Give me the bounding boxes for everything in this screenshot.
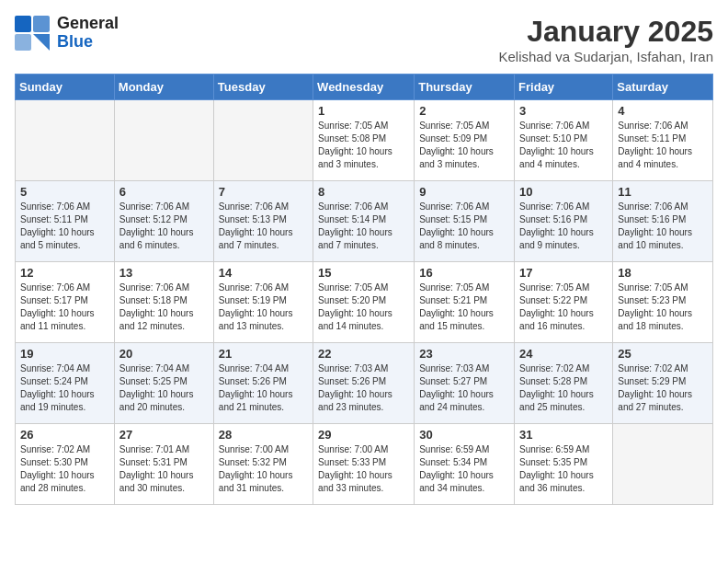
day-info: Sunrise: 7:05 AM Sunset: 5:21 PM Dayligh… [419, 282, 509, 333]
calendar-cell: 11Sunrise: 7:06 AM Sunset: 5:16 PM Dayli… [613, 181, 713, 262]
day-number: 29 [318, 428, 409, 442]
calendar-cell: 3Sunrise: 7:06 AM Sunset: 5:10 PM Daylig… [515, 100, 613, 181]
day-number: 5 [20, 185, 109, 199]
day-number: 9 [419, 185, 509, 199]
day-info: Sunrise: 7:06 AM Sunset: 5:11 PM Dayligh… [618, 120, 708, 171]
day-number: 3 [519, 104, 608, 118]
day-info: Sunrise: 7:06 AM Sunset: 5:18 PM Dayligh… [119, 282, 209, 333]
day-info: Sunrise: 7:00 AM Sunset: 5:32 PM Dayligh… [219, 443, 308, 495]
calendar-cell: 15Sunrise: 7:05 AM Sunset: 5:20 PM Dayli… [313, 262, 415, 343]
calendar-cell: 17Sunrise: 7:05 AM Sunset: 5:22 PM Dayli… [515, 262, 613, 343]
weekday-header-monday: Monday [114, 75, 213, 100]
weekday-header-friday: Friday [515, 75, 613, 100]
calendar-cell: 4Sunrise: 7:06 AM Sunset: 5:11 PM Daylig… [613, 100, 713, 181]
day-info: Sunrise: 7:06 AM Sunset: 5:10 PM Dayligh… [519, 120, 608, 171]
calendar-cell [213, 100, 313, 181]
day-number: 4 [618, 104, 708, 118]
day-info: Sunrise: 7:04 AM Sunset: 5:24 PM Dayligh… [20, 362, 109, 414]
day-info: Sunrise: 7:06 AM Sunset: 5:14 PM Dayligh… [318, 201, 409, 252]
calendar-cell: 26Sunrise: 7:02 AM Sunset: 5:30 PM Dayli… [16, 424, 115, 505]
day-info: Sunrise: 7:06 AM Sunset: 5:19 PM Dayligh… [219, 282, 308, 333]
day-info: Sunrise: 7:02 AM Sunset: 5:28 PM Dayligh… [519, 362, 608, 414]
day-number: 8 [318, 185, 409, 199]
calendar-cell: 8Sunrise: 7:06 AM Sunset: 5:14 PM Daylig… [313, 181, 415, 262]
calendar-cell: 21Sunrise: 7:04 AM Sunset: 5:26 PM Dayli… [213, 343, 313, 424]
logo-general: General [57, 15, 119, 33]
calendar-week-row-2: 5Sunrise: 7:06 AM Sunset: 5:11 PM Daylig… [16, 181, 713, 262]
day-number: 12 [20, 266, 109, 280]
logo-blue: Blue [57, 33, 119, 52]
day-info: Sunrise: 6:59 AM Sunset: 5:34 PM Dayligh… [419, 443, 509, 495]
svg-rect-1 [33, 16, 50, 32]
calendar-cell [114, 100, 213, 181]
calendar-table: SundayMondayTuesdayWednesdayThursdayFrid… [15, 74, 713, 505]
day-number: 26 [20, 428, 109, 442]
calendar-cell: 9Sunrise: 7:06 AM Sunset: 5:15 PM Daylig… [415, 181, 515, 262]
calendar-week-row-5: 26Sunrise: 7:02 AM Sunset: 5:30 PM Dayli… [16, 424, 713, 505]
day-number: 25 [618, 347, 708, 361]
calendar-cell: 16Sunrise: 7:05 AM Sunset: 5:21 PM Dayli… [415, 262, 515, 343]
day-info: Sunrise: 7:06 AM Sunset: 5:11 PM Dayligh… [20, 201, 109, 252]
day-info: Sunrise: 7:06 AM Sunset: 5:13 PM Dayligh… [219, 201, 308, 252]
calendar-cell: 7Sunrise: 7:06 AM Sunset: 5:13 PM Daylig… [213, 181, 313, 262]
day-number: 7 [219, 185, 308, 199]
day-info: Sunrise: 7:05 AM Sunset: 5:09 PM Dayligh… [419, 120, 509, 171]
day-number: 13 [119, 266, 209, 280]
day-info: Sunrise: 7:04 AM Sunset: 5:26 PM Dayligh… [219, 362, 308, 414]
day-info: Sunrise: 7:04 AM Sunset: 5:25 PM Dayligh… [119, 362, 209, 414]
day-number: 17 [519, 266, 608, 280]
calendar-cell: 6Sunrise: 7:06 AM Sunset: 5:12 PM Daylig… [114, 181, 213, 262]
calendar-cell: 28Sunrise: 7:00 AM Sunset: 5:32 PM Dayli… [213, 424, 313, 505]
calendar-week-row-3: 12Sunrise: 7:06 AM Sunset: 5:17 PM Dayli… [16, 262, 713, 343]
weekday-header-sunday: Sunday [16, 75, 115, 100]
calendar-cell: 10Sunrise: 7:06 AM Sunset: 5:16 PM Dayli… [515, 181, 613, 262]
day-info: Sunrise: 7:06 AM Sunset: 5:12 PM Dayligh… [119, 201, 209, 252]
svg-rect-0 [15, 16, 31, 32]
day-info: Sunrise: 7:05 AM Sunset: 5:23 PM Dayligh… [618, 282, 708, 333]
day-number: 30 [419, 428, 509, 442]
day-info: Sunrise: 7:05 AM Sunset: 5:20 PM Dayligh… [318, 282, 409, 333]
svg-rect-2 [15, 34, 31, 51]
calendar-cell: 29Sunrise: 7:00 AM Sunset: 5:33 PM Dayli… [313, 424, 415, 505]
calendar-cell: 20Sunrise: 7:04 AM Sunset: 5:25 PM Dayli… [114, 343, 213, 424]
day-info: Sunrise: 7:05 AM Sunset: 5:08 PM Dayligh… [318, 120, 409, 171]
weekday-header-row: SundayMondayTuesdayWednesdayThursdayFrid… [16, 75, 713, 100]
day-info: Sunrise: 7:06 AM Sunset: 5:16 PM Dayligh… [519, 201, 608, 252]
day-info: Sunrise: 7:02 AM Sunset: 5:30 PM Dayligh… [20, 443, 109, 495]
svg-marker-3 [33, 34, 50, 51]
calendar-cell: 13Sunrise: 7:06 AM Sunset: 5:18 PM Dayli… [114, 262, 213, 343]
calendar-cell: 30Sunrise: 6:59 AM Sunset: 5:34 PM Dayli… [415, 424, 515, 505]
calendar-cell: 18Sunrise: 7:05 AM Sunset: 5:23 PM Dayli… [613, 262, 713, 343]
day-number: 19 [20, 347, 109, 361]
day-number: 10 [519, 185, 608, 199]
calendar-cell: 1Sunrise: 7:05 AM Sunset: 5:08 PM Daylig… [313, 100, 415, 181]
day-info: Sunrise: 7:06 AM Sunset: 5:15 PM Dayligh… [419, 201, 509, 252]
day-number: 20 [119, 347, 209, 361]
day-number: 28 [219, 428, 308, 442]
calendar-cell [613, 424, 713, 505]
day-number: 6 [119, 185, 209, 199]
calendar-cell: 12Sunrise: 7:06 AM Sunset: 5:17 PM Dayli… [16, 262, 115, 343]
day-number: 1 [318, 104, 409, 118]
calendar-cell: 23Sunrise: 7:03 AM Sunset: 5:27 PM Dayli… [415, 343, 515, 424]
day-info: Sunrise: 7:01 AM Sunset: 5:31 PM Dayligh… [119, 443, 209, 495]
calendar-cell: 31Sunrise: 6:59 AM Sunset: 5:35 PM Dayli… [515, 424, 613, 505]
calendar-cell: 5Sunrise: 7:06 AM Sunset: 5:11 PM Daylig… [16, 181, 115, 262]
day-number: 22 [318, 347, 409, 361]
calendar-cell [16, 100, 115, 181]
day-number: 23 [419, 347, 509, 361]
calendar-cell: 24Sunrise: 7:02 AM Sunset: 5:28 PM Dayli… [515, 343, 613, 424]
day-number: 2 [419, 104, 509, 118]
day-number: 21 [219, 347, 308, 361]
calendar-week-row-1: 1Sunrise: 7:05 AM Sunset: 5:08 PM Daylig… [16, 100, 713, 181]
day-number: 14 [219, 266, 308, 280]
day-info: Sunrise: 7:02 AM Sunset: 5:29 PM Dayligh… [618, 362, 708, 414]
calendar-cell: 27Sunrise: 7:01 AM Sunset: 5:31 PM Dayli… [114, 424, 213, 505]
day-info: Sunrise: 6:59 AM Sunset: 5:35 PM Dayligh… [519, 443, 608, 495]
logo-icon [15, 16, 53, 51]
location-subtitle: Kelishad va Sudarjan, Isfahan, Iran [499, 49, 713, 64]
calendar-cell: 19Sunrise: 7:04 AM Sunset: 5:24 PM Dayli… [16, 343, 115, 424]
day-info: Sunrise: 7:03 AM Sunset: 5:27 PM Dayligh… [419, 362, 509, 414]
calendar-cell: 14Sunrise: 7:06 AM Sunset: 5:19 PM Dayli… [213, 262, 313, 343]
day-info: Sunrise: 7:05 AM Sunset: 5:22 PM Dayligh… [519, 282, 608, 333]
